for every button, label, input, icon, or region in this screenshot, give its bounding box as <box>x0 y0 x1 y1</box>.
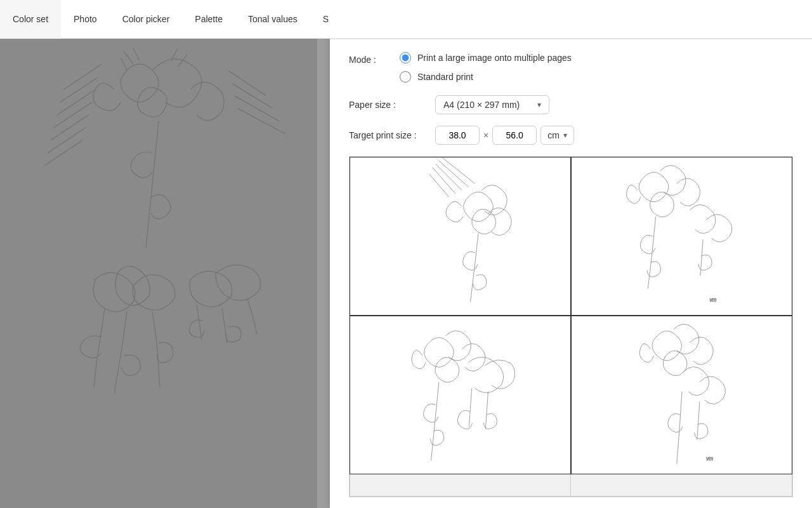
svg-rect-16 <box>403 157 518 315</box>
radio-large[interactable] <box>400 52 411 64</box>
preview-sketch-br: vm <box>572 316 792 474</box>
svg-line-15 <box>238 109 285 134</box>
svg-line-2 <box>133 48 140 61</box>
preview-cell-bottom-right: vm <box>571 316 792 474</box>
svg-line-11 <box>44 140 82 166</box>
svg-line-8 <box>54 102 92 128</box>
svg-line-10 <box>48 128 86 153</box>
width-input[interactable] <box>435 126 480 145</box>
paper-size-value: A4 (210 × 297 mm) <box>443 100 532 110</box>
size-inputs: × cm ▾ <box>435 126 574 145</box>
bottom-strip-left <box>350 474 571 496</box>
radio-standard[interactable] <box>400 71 411 83</box>
bottom-strip-right <box>571 474 792 496</box>
preview-cell-top-left <box>350 157 571 316</box>
svg-rect-22 <box>624 157 739 315</box>
target-size-label: Target print size : <box>349 130 425 140</box>
preview-grid: vm <box>350 157 792 474</box>
svg-text:vm: vm <box>709 297 716 303</box>
radio-label-large: Print a large image onto multiple pages <box>417 53 572 63</box>
paper-size-select[interactable]: A4 (210 × 297 mm) ▾ <box>435 95 549 114</box>
background-sketch <box>0 39 317 508</box>
preview-sketch-bl <box>350 316 570 474</box>
unit-select[interactable]: cm ▾ <box>540 126 574 145</box>
nav-item-palette[interactable]: Palette <box>182 0 235 39</box>
mode-options: Print a large image onto multiple pages … <box>400 52 572 83</box>
dialog-body: Mode : Print a large image onto multiple… <box>330 39 812 508</box>
nav-item-s[interactable]: S <box>310 0 341 39</box>
paper-size-label: Paper size : <box>349 100 425 110</box>
radio-option-large[interactable]: Print a large image onto multiple pages <box>400 52 572 64</box>
bg-sketch-svg <box>0 39 317 508</box>
height-input[interactable] <box>492 126 537 145</box>
radio-option-standard[interactable]: Standard print <box>400 71 572 83</box>
radio-label-standard: Standard print <box>417 72 473 82</box>
print-preview: vm <box>349 156 793 497</box>
top-nav: Color set Photo Color picker Palette Ton… <box>0 0 812 39</box>
nav-item-photo[interactable]: Photo <box>61 0 110 39</box>
svg-line-12 <box>228 70 266 96</box>
nav-item-tonal-values[interactable]: Tonal values <box>235 0 310 39</box>
unit-chevron-icon: ▾ <box>563 131 567 140</box>
size-separator: × <box>483 130 488 140</box>
svg-rect-24 <box>403 316 518 474</box>
preview-sketch-tl <box>350 157 570 315</box>
svg-line-6 <box>60 77 98 102</box>
target-print-size-row: Target print size : × cm ▾ <box>349 126 793 145</box>
svg-line-1 <box>124 51 133 64</box>
paper-size-row: Paper size : A4 (210 × 297 mm) ▾ <box>349 95 793 114</box>
preview-cell-bottom-left <box>350 316 571 474</box>
svg-line-0 <box>121 58 127 70</box>
svg-line-5 <box>63 64 102 90</box>
svg-line-9 <box>51 115 89 140</box>
print-dialog: × Print Mode : Print a large image onto … <box>330 0 812 508</box>
nav-item-color-set[interactable]: Color set <box>0 0 61 39</box>
unit-value: cm <box>547 130 560 140</box>
preview-cell-top-right: vm <box>571 157 792 316</box>
svg-text:vm: vm <box>706 456 713 462</box>
preview-sketch-tr: vm <box>572 157 792 315</box>
mode-row: Mode : Print a large image onto multiple… <box>349 52 793 83</box>
svg-line-7 <box>57 90 95 115</box>
svg-line-4 <box>178 55 187 67</box>
preview-bottom-strip <box>350 474 792 497</box>
chevron-down-icon: ▾ <box>537 100 541 109</box>
nav-item-color-picker[interactable]: Color picker <box>110 0 183 39</box>
mode-label: Mode : <box>349 52 387 65</box>
svg-line-13 <box>232 83 273 109</box>
